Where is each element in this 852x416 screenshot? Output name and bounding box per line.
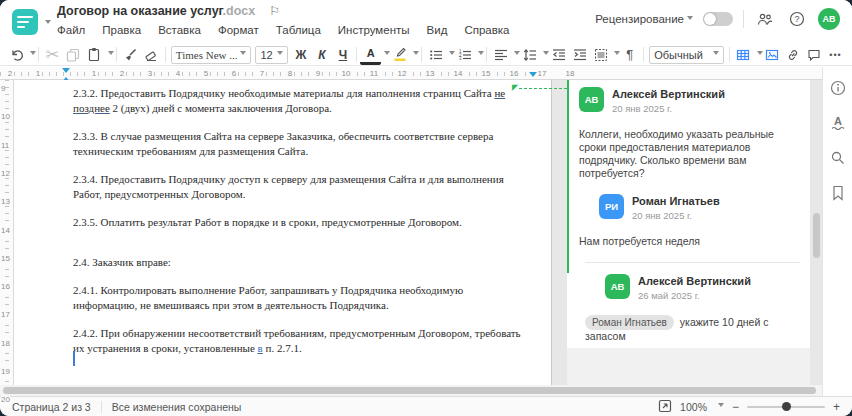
review-toggle[interactable] [703,12,733,26]
comment-item[interactable]: АВАлексей Вертинский26 май 2025 г.Роман … [585,262,800,343]
zoom-slider-thumb[interactable] [782,402,791,411]
insert-table-caret[interactable] [754,45,762,65]
line-spacing-button[interactable] [519,45,540,65]
v-ruler-number: 17 [1,310,10,319]
cut-button[interactable]: ✂ [42,45,63,65]
comment-connector-line [519,88,567,89]
menu-item-Вид[interactable]: Вид [427,24,448,36]
increase-indent-button[interactable] [569,45,590,65]
font-name-combo[interactable]: Times New ... [171,46,252,64]
review-caret-icon [687,16,693,23]
app-window: Договор на оказание услуг.docx⚐ ФайлПрав… [0,0,852,416]
menu-item-Файл[interactable]: Файл [57,24,85,36]
flag-icon[interactable]: ⚐ [269,4,280,18]
format-painter-button[interactable] [120,45,141,65]
review-dropdown[interactable]: Рецензирование [595,13,693,25]
paste-icon [87,47,101,62]
underline-button[interactable]: Ч [332,45,353,65]
toolbar-separator [486,47,487,62]
clear-style-button[interactable] [141,45,162,65]
bullet-list-button[interactable] [425,45,446,65]
comment-date: 20 янв 2025 г. [632,210,720,221]
font-color-button[interactable]: А [360,45,381,65]
highlight-button[interactable] [389,45,410,65]
horizontal-scrollbar-thumb[interactable] [3,387,816,394]
font-color-caret[interactable] [381,45,389,65]
horizontal-scrollbar[interactable] [0,385,822,396]
v-ruler-number: 9 [1,84,5,93]
vertical-scrollbar-thumb[interactable] [813,213,820,258]
show-paragraph-marks-button[interactable]: ¶ [619,45,640,65]
decrease-indent-button[interactable] [548,45,569,65]
italic-button[interactable]: К [311,45,332,65]
fit-width-icon [658,399,672,413]
undo-caret[interactable] [27,45,35,65]
app-logo-button[interactable] [12,9,38,35]
header-actions: Рецензирование ? АВ [595,8,840,30]
line-spacing-caret[interactable] [540,45,548,65]
share-users-button[interactable] [754,8,776,30]
menu-item-Инструменты[interactable]: Инструменты [338,24,410,36]
v-ruler-ticks [5,80,9,396]
help-button[interactable]: ? [786,8,808,30]
zoom-value[interactable]: 100% [680,401,707,413]
insert-link-button[interactable] [783,45,804,65]
menu-item-Таблица[interactable]: Таблица [276,24,321,36]
highlight-caret[interactable] [410,45,418,65]
font-size-combo[interactable]: 12 [255,46,288,64]
undo-button[interactable] [6,45,27,65]
info-icon [830,80,846,96]
about-button[interactable] [827,77,849,99]
paste-caret[interactable] [105,45,113,65]
spellcheck-button[interactable]: А [827,112,849,134]
comment-avatar: РИ [599,194,624,219]
more-tools-button[interactable]: ••• [825,45,846,65]
zoom-slider[interactable] [747,406,825,408]
zoom-in-button[interactable]: + [833,401,840,413]
insert-image-button[interactable] [762,45,783,65]
comment-author: Роман Игнатьев [632,194,720,207]
numbered-list-icon: 123 [458,48,472,62]
search-button[interactable] [827,147,849,169]
style-combo[interactable]: Обычный [649,46,724,64]
menu-item-Вставка[interactable]: Вставка [158,24,201,36]
menu-item-Справка[interactable]: Справка [464,24,509,36]
link-icon [786,48,800,62]
paragraph: 2.3.3. В случае размещения Сайта на серв… [73,129,558,159]
fit-width-button[interactable] [658,399,672,415]
numbered-list-caret[interactable] [475,45,483,65]
insert-table-button[interactable] [733,45,754,65]
h-ruler-number: 15 [480,68,493,79]
align-caret[interactable] [511,45,519,65]
toolbar: ✂ Times New ... 12 Ж К Ч А [0,44,852,66]
align-button[interactable] [490,45,511,65]
logo-caret-icon[interactable] [45,20,51,27]
paste-button[interactable] [84,45,105,65]
comment-item[interactable]: РИРоман Игнатьев20 янв 2025 г.Нам потреб… [579,194,800,248]
user-avatar[interactable]: АВ [818,8,840,30]
copy-button[interactable] [63,45,84,65]
text-segment: 2.3.3. В случае размещения Сайта на серв… [73,130,493,157]
paragraph-border-button[interactable] [590,45,611,65]
bookmark-icon [830,185,846,201]
menu-item-Правка[interactable]: Правка [102,24,141,36]
right-sidebar: А [822,67,852,396]
comment-button[interactable] [804,45,825,65]
comment-item[interactable]: АВАлексей Вертинский20 янв 2025 г.Коллег… [579,87,800,180]
statusbar-divider [101,401,102,413]
zoom-caret-icon[interactable] [718,403,724,410]
highlighter-icon [393,47,407,62]
v-ruler: 91011121314151617181920 [0,80,14,396]
paragraph-border-caret[interactable] [611,45,619,65]
align-left-icon [494,48,508,62]
bullet-list-caret[interactable] [446,45,454,65]
text-segment: п. 2.7.1. [263,342,302,354]
bookmarks-button[interactable] [827,182,849,204]
menu-item-Формат[interactable]: Формат [218,24,259,36]
document-title: Договор на оказание услуг.docx⚐ [57,4,280,18]
zoom-out-button[interactable]: − [732,401,739,413]
v-ruler-number: 11 [1,141,9,150]
bold-button[interactable]: Ж [290,45,311,65]
numbered-list-button[interactable]: 123 [454,45,475,65]
font-size-value: 12 [260,49,272,61]
